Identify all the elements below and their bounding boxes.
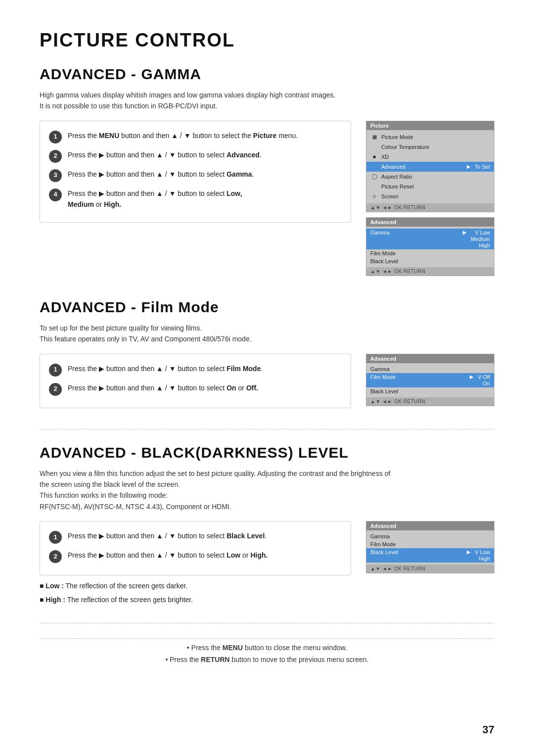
step-text-2: Press the ▶ button and then ▲ / ▼ button…: [68, 149, 342, 160]
xd-row: ■ XD: [366, 152, 494, 162]
film-mode-row-g: Film Mode: [366, 249, 494, 257]
picture-menu-body: ▩ Picture Mode Colour Temperature ■ XD A…: [366, 130, 494, 203]
colour-temp-label: Colour Temperature: [381, 144, 490, 150]
screen-label: Screen: [381, 193, 490, 199]
film-step-num-1: 1: [49, 364, 62, 377]
film-mode-label-bl: Film Mode: [370, 541, 490, 547]
film-mode-arrow: ▶: [470, 374, 474, 379]
film-step-text-2: Press the ▶ button and then ▲ / ▼ button…: [68, 382, 342, 393]
advanced-row: Advanced ▶ To Set: [366, 162, 494, 172]
picture-reset-label: Picture Reset: [381, 184, 490, 189]
aspect-ratio-icon: ◯: [370, 173, 378, 181]
divider-2: [40, 623, 494, 623]
step-text-4: Press the ▶ button and then ▲ / ▼ button…: [68, 188, 342, 210]
film-mode-menu-header: Advanced: [366, 354, 494, 363]
film-mode-row-fm: Film Mode ▶ V Off On: [366, 373, 494, 387]
picture-mode-row: ▩ Picture Mode: [366, 132, 494, 142]
gamma-steps-box: 1 Press the MENU button and then ▲ / ▼ b…: [40, 121, 351, 223]
gamma-arrow: ▶: [463, 230, 467, 235]
page-number: 37: [483, 723, 494, 736]
black-level-desc: When you view a film this function adjus…: [40, 468, 494, 513]
black-level-label-g: Black Level: [370, 258, 490, 264]
aspect-ratio-label: Aspect Ratio: [381, 174, 490, 180]
black-level-menu-footer: ▲▼ ◄► OK RETURN: [366, 565, 494, 573]
bullet-high: ■ High : The reflection of the screen ge…: [40, 594, 351, 606]
footer-notes: • Press the MENU button to close the men…: [40, 638, 494, 663]
step-num-1: 1: [49, 131, 62, 143]
gamma-val-high: High: [471, 242, 490, 248]
black-level-values: V Low High: [475, 549, 490, 562]
advanced-gamma-header: Advanced: [366, 218, 494, 227]
gamma-label: Gamma: [370, 230, 461, 236]
screen-row: ☺ Screen: [366, 191, 494, 201]
film-step-num-2: 2: [49, 383, 62, 396]
advanced-gamma-body: Gamma ▶ V Low Medium High Film Mode Blac…: [366, 227, 494, 267]
film-val-off: V Off: [478, 374, 490, 380]
black-level-menu: Advanced Gamma Film Mode Black Level ▶ V…: [366, 521, 494, 573]
black-step-2: 2 Press the ▶ button and then ▲ / ▼ butt…: [49, 550, 342, 563]
film-mode-label-g: Film Mode: [370, 250, 490, 256]
step-num-4: 4: [49, 189, 62, 201]
step-num-3: 3: [49, 169, 62, 182]
advanced-icon: [370, 163, 378, 171]
gamma-val-low: V Low: [471, 230, 490, 236]
black-level-section: ADVANCED - BLACK(DARKNESS) LEVEL When yo…: [40, 444, 494, 608]
black-level-label-fm: Black Level: [370, 388, 490, 394]
film-mode-menus-col: Advanced Gamma Film Mode ▶ V Off On: [366, 354, 494, 414]
black-level-label-bl: Black Level: [370, 549, 465, 555]
black-level-steps-col: 1 Press the ▶ button and then ▲ / ▼ butt…: [40, 521, 351, 608]
footer-note-1: • Press the MENU button to close the men…: [40, 644, 494, 652]
gamma-step-1: 1 Press the MENU button and then ▲ / ▼ b…: [49, 130, 342, 143]
advanced-gamma-menu: Advanced Gamma ▶ V Low Medium High Film …: [366, 217, 494, 276]
black-level-row-bl: Black Level ▶ V Low High: [366, 548, 494, 563]
black-val-high: High: [475, 556, 490, 562]
black-val-low: V Low: [475, 549, 490, 555]
film-mode-steps-box: 1 Press the ▶ button and then ▲ / ▼ butt…: [40, 354, 351, 408]
film-mode-menu-footer: ▲▼ ◄► OK RETURN: [366, 397, 494, 406]
advanced-gamma-footer: ▲▼ ◄► OK RETURN: [366, 267, 494, 276]
picture-reset-icon: [370, 183, 378, 190]
black-level-title: ADVANCED - BLACK(DARKNESS) LEVEL: [40, 444, 494, 461]
black-level-menu-header: Advanced: [366, 521, 494, 530]
gamma-row-bl: Gamma: [366, 532, 494, 540]
film-mode-row-bl: Film Mode: [366, 540, 494, 548]
gamma-row: Gamma ▶ V Low Medium High: [366, 229, 494, 249]
gamma-steps-col: 1 Press the MENU button and then ▲ / ▼ b…: [40, 121, 351, 284]
film-mode-label-fm: Film Mode: [370, 374, 468, 380]
gamma-val-medium: Medium: [471, 236, 490, 242]
picture-mode-icon: ▩: [370, 133, 378, 141]
screen-icon: ☺: [370, 192, 378, 200]
black-step-num-1: 1: [49, 531, 62, 544]
gamma-title: ADVANCED - GAMMA: [40, 66, 494, 83]
divider-1: [40, 429, 494, 429]
black-level-bullets: ■ Low : The reflection of the screen get…: [40, 580, 351, 606]
picture-menu-header: Picture: [366, 121, 494, 130]
film-mode-values: V Off On: [478, 374, 490, 386]
film-val-on: On: [478, 380, 490, 386]
xd-label: XD: [381, 154, 490, 160]
page-title: PICTURE CONTROL: [40, 30, 494, 51]
film-mode-layout: 1 Press the ▶ button and then ▲ / ▼ butt…: [40, 354, 494, 414]
black-level-row-fm: Black Level: [366, 387, 494, 395]
film-step-text-1: Press the ▶ button and then ▲ / ▼ button…: [68, 363, 342, 374]
black-step-num-2: 2: [49, 550, 62, 563]
film-mode-steps-col: 1 Press the ▶ button and then ▲ / ▼ butt…: [40, 354, 351, 414]
film-step-1: 1 Press the ▶ button and then ▲ / ▼ butt…: [49, 363, 342, 377]
step-text-3: Press the ▶ button and then ▲ / ▼ button…: [68, 169, 342, 180]
picture-menu: Picture ▩ Picture Mode Colour Temperatur…: [366, 121, 494, 212]
colour-temp-row: Colour Temperature: [366, 142, 494, 152]
gamma-step-3: 3 Press the ▶ button and then ▲ / ▼ butt…: [49, 169, 342, 182]
black-step-1: 1 Press the ▶ button and then ▲ / ▼ butt…: [49, 530, 342, 544]
footer-note-2: • Press the RETURN button to move to the…: [40, 656, 494, 663]
bullet-low: ■ Low : The reflection of the screen get…: [40, 580, 351, 592]
advanced-label: Advanced: [381, 164, 465, 170]
advanced-arrow: ▶: [467, 164, 471, 169]
gamma-row-fm: Gamma: [366, 365, 494, 373]
xd-icon: ■: [370, 153, 378, 161]
gamma-menus-col: Picture ▩ Picture Mode Colour Temperatur…: [366, 121, 494, 284]
aspect-ratio-row: ◯ Aspect Ratio: [366, 172, 494, 182]
gamma-label-bl: Gamma: [370, 533, 490, 539]
black-level-menus-col: Advanced Gamma Film Mode Black Level ▶ V…: [366, 521, 494, 608]
film-mode-desc: To set up for the best picture quality f…: [40, 323, 494, 345]
gamma-step-4: 4 Press the ▶ button and then ▲ / ▼ butt…: [49, 188, 342, 210]
